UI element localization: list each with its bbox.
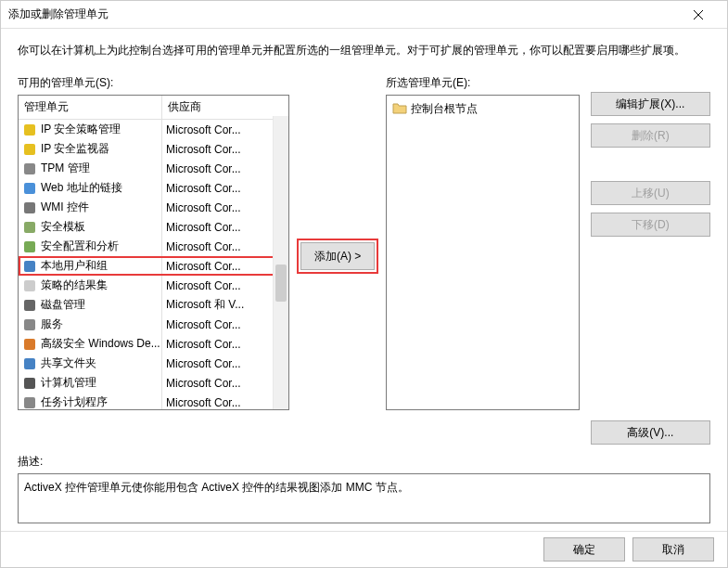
intro-text: 你可以在计算机上为此控制台选择可用的管理单元并配置所选的一组管理单元。对于可扩展… <box>18 42 710 58</box>
footer: 确定 取消 <box>1 531 727 567</box>
snapin-vendor: Microsoft 和 V... <box>162 295 288 315</box>
snapin-icon <box>22 259 37 274</box>
snapin-vendor: Microsoft Cor... <box>162 258 288 275</box>
snapin-name: IP 安全策略管理 <box>41 122 121 137</box>
description-box: ActiveX 控件管理单元使你能用包含 ActiveX 控件的结果视图添加 M… <box>18 473 710 523</box>
list-item[interactable]: Web 地址的链接Microsoft Cor... <box>19 178 288 198</box>
snapin-name: 任务计划程序 <box>41 394 108 410</box>
snapin-icon <box>22 200 37 215</box>
snapin-vendor: Microsoft Cor... <box>162 316 288 333</box>
snapin-icon <box>22 356 37 371</box>
snapin-vendor: Microsoft Cor... <box>162 239 288 255</box>
snapin-vendor: Microsoft Cor... <box>162 141 288 158</box>
svg-rect-4 <box>24 202 35 213</box>
close-button[interactable] <box>677 1 720 29</box>
list-item[interactable]: 高级安全 Windows De...Microsoft Cor... <box>19 334 288 354</box>
list-item[interactable]: 安全配置和分析Microsoft Cor... <box>19 237 288 256</box>
list-header: 管理单元 供应商 <box>19 96 288 120</box>
svg-rect-14 <box>24 397 35 408</box>
svg-rect-3 <box>24 183 35 194</box>
snapin-icon <box>22 395 37 410</box>
selected-pane: 所选管理单元(E): 控制台根节点 <box>386 75 580 445</box>
list-item[interactable]: 计算机管理Microsoft Cor... <box>19 373 288 393</box>
available-label: 可用的管理单元(S): <box>18 75 289 91</box>
snapin-name: 服务 <box>41 316 63 332</box>
available-list[interactable]: 管理单元 供应商 IP 安全策略管理Microsoft Cor...IP 安全监… <box>18 95 289 410</box>
snapin-name: 安全模板 <box>41 219 85 235</box>
svg-rect-9 <box>24 300 35 311</box>
svg-rect-0 <box>24 124 35 136</box>
scrollbar[interactable] <box>273 116 288 409</box>
titlebar: 添加或删除管理单元 <box>1 1 727 29</box>
dialog-content: 你可以在计算机上为此控制台选择可用的管理单元并配置所选的一组管理单元。对于可扩展… <box>1 29 727 531</box>
snapin-vendor: Microsoft Cor... <box>162 219 288 236</box>
ok-button[interactable]: 确定 <box>543 537 625 562</box>
snapin-vendor: Microsoft Cor... <box>162 355 288 372</box>
dialog-window: 添加或删除管理单元 你可以在计算机上为此控制台选择可用的管理单元并配置所选的一组… <box>0 0 728 568</box>
snapin-icon <box>22 220 37 235</box>
svg-rect-6 <box>24 241 35 252</box>
scrollbar-thumb[interactable] <box>275 265 287 302</box>
middle-pane: 添加(A) > <box>300 75 375 445</box>
list-item[interactable]: IP 安全监视器Microsoft Cor... <box>19 139 288 159</box>
selected-tree[interactable]: 控制台根节点 <box>386 95 580 410</box>
advanced-button[interactable]: 高级(V)... <box>591 420 710 445</box>
list-item[interactable]: 策略的结果集Microsoft Cor... <box>19 276 288 295</box>
add-button[interactable]: 添加(A) > <box>300 242 375 270</box>
snapin-name: IP 安全监视器 <box>41 141 109 157</box>
snapin-icon <box>22 142 37 157</box>
list-item[interactable]: WMI 控件Microsoft Cor... <box>19 198 288 217</box>
snapin-name: 安全配置和分析 <box>41 239 119 254</box>
edit-extensions-button[interactable]: 编辑扩展(X)... <box>591 92 710 116</box>
snapin-icon <box>22 317 37 332</box>
list-item[interactable]: 磁盘管理Microsoft 和 V... <box>19 295 288 315</box>
svg-rect-2 <box>24 163 35 174</box>
close-icon <box>694 10 703 19</box>
list-item[interactable]: 本地用户和组Microsoft Cor... <box>19 256 288 276</box>
main-row: 可用的管理单元(S): 管理单元 供应商 IP 安全策略管理Microsoft … <box>18 75 710 445</box>
move-up-button[interactable]: 上移(U) <box>591 181 710 205</box>
dialog-title: 添加或删除管理单元 <box>8 6 677 22</box>
snapin-icon <box>22 239 37 254</box>
list-item[interactable]: IP 安全策略管理Microsoft Cor... <box>19 120 288 139</box>
list-item[interactable]: 共享文件夹Microsoft Cor... <box>19 354 288 373</box>
snapin-name: 高级安全 Windows De... <box>41 336 160 352</box>
snapin-name: 本地用户和组 <box>41 258 108 274</box>
svg-rect-7 <box>24 261 35 272</box>
svg-rect-1 <box>24 144 35 155</box>
snapin-vendor: Microsoft Cor... <box>162 394 288 411</box>
list-item[interactable]: 任务计划程序Microsoft Cor... <box>19 393 288 410</box>
snapin-name: 计算机管理 <box>41 375 96 391</box>
svg-rect-5 <box>24 222 35 233</box>
snapin-icon <box>22 337 37 352</box>
tree-root-item[interactable]: 控制台根节点 <box>390 99 575 118</box>
snapin-vendor: Microsoft Cor... <box>162 375 288 392</box>
snapin-icon <box>22 181 37 196</box>
snapin-vendor: Microsoft Cor... <box>162 122 288 138</box>
snapin-vendor: Microsoft Cor... <box>162 200 288 216</box>
move-down-button[interactable]: 下移(D) <box>591 213 710 237</box>
snapin-icon <box>22 123 37 137</box>
snapin-name: TPM 管理 <box>41 161 90 176</box>
svg-rect-8 <box>24 280 35 291</box>
available-pane: 可用的管理单元(S): 管理单元 供应商 IP 安全策略管理Microsoft … <box>18 75 289 445</box>
selected-label: 所选管理单元(E): <box>386 75 580 91</box>
col-vendor[interactable]: 供应商 <box>162 96 288 119</box>
col-snapin[interactable]: 管理单元 <box>19 96 162 119</box>
list-item[interactable]: TPM 管理Microsoft Cor... <box>19 159 288 178</box>
svg-rect-11 <box>24 339 35 350</box>
snapin-name: WMI 控件 <box>41 200 89 215</box>
list-item[interactable]: 安全模板Microsoft Cor... <box>19 217 288 237</box>
snapin-vendor: Microsoft Cor... <box>162 161 288 177</box>
snapin-icon <box>22 298 37 313</box>
description-section: 描述: ActiveX 控件管理单元使你能用包含 ActiveX 控件的结果视图… <box>18 454 710 523</box>
snapin-icon <box>22 278 37 293</box>
snapin-name: 策略的结果集 <box>41 278 108 293</box>
cancel-button[interactable]: 取消 <box>632 537 714 562</box>
list-item[interactable]: 服务Microsoft Cor... <box>19 315 288 334</box>
remove-button[interactable]: 删除(R) <box>591 123 710 148</box>
snapin-name: Web 地址的链接 <box>41 180 122 196</box>
svg-rect-13 <box>24 378 35 389</box>
snapin-vendor: Microsoft Cor... <box>162 180 288 197</box>
description-text: ActiveX 控件管理单元使你能用包含 ActiveX 控件的结果视图添加 M… <box>24 481 409 494</box>
